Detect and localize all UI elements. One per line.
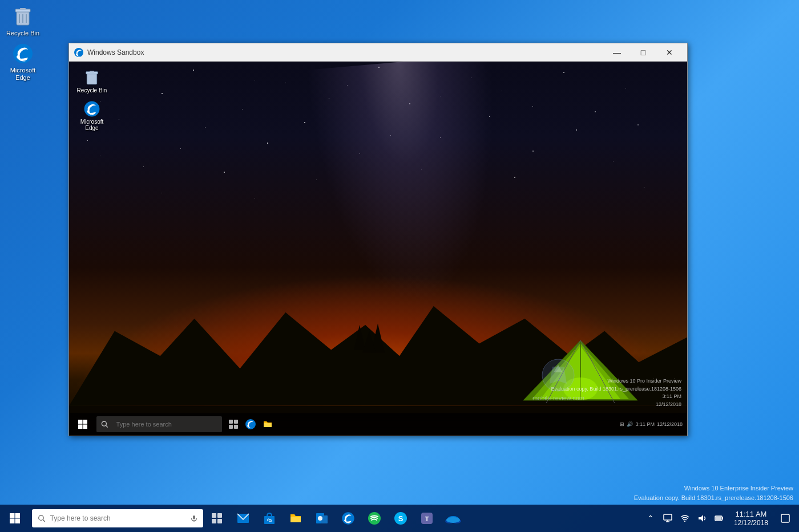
svg-rect-39 bbox=[15, 519, 21, 524]
svg-rect-24 bbox=[78, 420, 83, 424]
tray-display-icon[interactable] bbox=[661, 511, 675, 525]
main-search-input[interactable] bbox=[50, 514, 186, 522]
svg-rect-2 bbox=[20, 8, 26, 10]
edge-icon bbox=[11, 42, 34, 65]
sandbox-watermark-line4: 12/12/2018 bbox=[551, 401, 682, 409]
skype-icon: S bbox=[394, 511, 407, 525]
svg-line-41 bbox=[43, 520, 45, 522]
notification-center-button[interactable] bbox=[776, 505, 794, 532]
sandbox-recycle-bin[interactable]: Recycle Bin bbox=[75, 67, 109, 95]
pinned-spotify-app[interactable] bbox=[362, 505, 387, 532]
pinned-onedrive-app[interactable] bbox=[441, 505, 466, 532]
volume-icon bbox=[697, 514, 707, 523]
sandbox-maximize-btn[interactable]: □ bbox=[630, 43, 656, 62]
system-clock[interactable]: 11:11 AM 12/12/2018 bbox=[729, 510, 773, 527]
svg-point-54 bbox=[318, 516, 322, 521]
svg-point-7 bbox=[74, 48, 83, 57]
sandbox-sys-tray: ⊞ 🔊 3:11 PM 12/12/2018 bbox=[620, 421, 687, 427]
main-search-bar[interactable] bbox=[32, 509, 203, 527]
svg-point-56 bbox=[368, 512, 381, 525]
sandbox-search-input[interactable] bbox=[112, 416, 217, 432]
sandbox-content: Recycle Bin Microsoft Edge Windows 10 Pr… bbox=[69, 62, 687, 436]
sandbox-search-icon bbox=[101, 420, 108, 428]
svg-point-64 bbox=[446, 517, 460, 523]
bottom-watermark: Windows 10 Enterprise Insider Preview Ev… bbox=[634, 484, 793, 502]
sandbox-start-button[interactable] bbox=[69, 413, 96, 436]
svg-text:T: T bbox=[425, 515, 429, 522]
sandbox-window: Windows Sandbox — □ ✕ bbox=[68, 43, 688, 436]
mail-icon bbox=[236, 511, 250, 525]
svg-text:S: S bbox=[398, 514, 403, 523]
pinned-store-app[interactable]: 🛍 bbox=[257, 505, 282, 532]
svg-rect-70 bbox=[722, 517, 723, 519]
mobile-review-text: mobile-review.com bbox=[532, 395, 584, 401]
store-icon: 🛍 bbox=[263, 511, 276, 525]
edge-label: MicrosoftEdge bbox=[10, 67, 36, 82]
svg-line-29 bbox=[106, 425, 108, 427]
svg-rect-45 bbox=[217, 513, 222, 518]
desktop-icon-edge[interactable]: MicrosoftEdge bbox=[3, 40, 43, 84]
tray-volume-icon[interactable] bbox=[695, 511, 709, 525]
svg-text:🛍: 🛍 bbox=[267, 518, 272, 523]
tray-chevron-icon[interactable]: ⌃ bbox=[644, 511, 657, 525]
svg-rect-71 bbox=[716, 517, 721, 520]
svg-rect-32 bbox=[229, 425, 233, 429]
svg-rect-65 bbox=[664, 514, 672, 520]
svg-point-34 bbox=[245, 419, 256, 429]
task-view-button[interactable] bbox=[204, 505, 229, 532]
pinned-edge-app[interactable] bbox=[336, 505, 361, 532]
network-icon bbox=[680, 514, 689, 523]
sandbox-wallpaper: Recycle Bin Microsoft Edge Windows 10 Pr… bbox=[69, 62, 687, 436]
sandbox-minimize-btn[interactable]: — bbox=[604, 43, 630, 62]
svg-rect-46 bbox=[212, 519, 216, 523]
desktop-icon-recycle-bin[interactable]: Recycle Bin bbox=[3, 3, 43, 39]
svg-rect-19 bbox=[87, 72, 96, 84]
bottom-watermark-line2: Evaluation copy. Build 18301.rs_prerelea… bbox=[634, 493, 793, 503]
pinned-skype-app[interactable]: S bbox=[388, 505, 413, 532]
svg-rect-25 bbox=[83, 420, 88, 424]
tray-network-icon[interactable] bbox=[678, 511, 692, 525]
svg-rect-27 bbox=[83, 425, 88, 429]
sandbox-task-view-icon[interactable] bbox=[227, 417, 240, 431]
outlook-icon bbox=[315, 511, 329, 525]
pinned-mail-app[interactable] bbox=[231, 505, 256, 532]
clock-date: 12/12/2018 bbox=[734, 519, 768, 527]
svg-rect-21 bbox=[90, 71, 94, 72]
svg-rect-47 bbox=[217, 519, 222, 523]
svg-rect-72 bbox=[781, 514, 789, 522]
recycle-bin-icon bbox=[11, 5, 34, 28]
sandbox-close-btn[interactable]: ✕ bbox=[656, 43, 683, 62]
sandbox-search-bar[interactable] bbox=[96, 416, 222, 432]
svg-rect-42 bbox=[193, 515, 195, 519]
sandbox-edge-label: Microsoft Edge bbox=[76, 119, 107, 131]
sandbox-taskbar: ⊞ 🔊 3:11 PM 12/12/2018 bbox=[69, 413, 687, 436]
svg-rect-33 bbox=[234, 425, 238, 429]
task-view-icon bbox=[211, 513, 223, 524]
svg-point-28 bbox=[102, 421, 106, 426]
desktop: Recycle Bin MicrosoftEdge Windows Sandbo… bbox=[0, 0, 799, 532]
battery-icon bbox=[715, 515, 724, 521]
svg-marker-68 bbox=[699, 515, 703, 522]
svg-rect-35 bbox=[264, 423, 272, 427]
main-start-button[interactable] bbox=[0, 505, 30, 532]
pinned-outlook-app[interactable] bbox=[309, 505, 334, 532]
spotify-icon bbox=[368, 511, 381, 525]
sandbox-files-taskbar-icon[interactable] bbox=[261, 417, 275, 431]
pinned-fileexplorer-app[interactable] bbox=[283, 505, 308, 532]
sandbox-controls: — □ ✕ bbox=[604, 43, 683, 62]
display-icon bbox=[663, 514, 672, 523]
pinned-teams-app[interactable]: T bbox=[414, 505, 439, 532]
bottom-watermark-line1: Windows 10 Enterprise Insider Preview bbox=[634, 484, 793, 493]
tray-battery-icon[interactable] bbox=[712, 511, 726, 525]
svg-rect-30 bbox=[229, 420, 233, 424]
sandbox-edge-taskbar-icon[interactable] bbox=[244, 417, 257, 431]
svg-rect-44 bbox=[212, 513, 216, 518]
svg-rect-31 bbox=[234, 420, 238, 424]
svg-rect-51 bbox=[290, 517, 301, 522]
svg-rect-36 bbox=[10, 513, 15, 518]
sandbox-taskbar-icons bbox=[222, 417, 279, 431]
sandbox-edge-icon[interactable]: Microsoft Edge bbox=[75, 99, 109, 133]
svg-rect-38 bbox=[10, 519, 15, 524]
onedrive-icon bbox=[445, 513, 461, 523]
svg-rect-37 bbox=[15, 513, 21, 518]
